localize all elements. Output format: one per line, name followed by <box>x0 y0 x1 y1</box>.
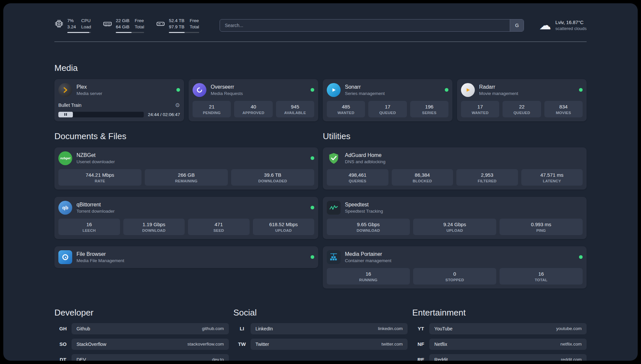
stat-label: WANTED <box>462 111 498 115</box>
service-name: Media Portainer <box>345 251 391 257</box>
bookmark-abbr: GH <box>54 323 72 334</box>
status-indicator <box>176 88 180 92</box>
stat-label: MOVIES <box>546 111 581 115</box>
stat-total: 16 TOTAL <box>500 268 583 285</box>
stat-label: QUERIES <box>328 179 387 183</box>
filebrowser-icon <box>58 250 72 264</box>
bookmark-url: youtube.com <box>556 326 582 331</box>
speedtest-icon <box>327 201 341 215</box>
bookmark-name: StackOverflow <box>76 342 106 347</box>
stat-label: LEECH <box>60 228 119 232</box>
cpu-percent: 7% <box>67 18 76 24</box>
service-card-overseerr[interactable]: Overseerr Media Requests 21 PENDING 40 A… <box>189 79 318 121</box>
service-name: Speedtest <box>345 202 383 208</box>
disk-free-value: 52.4 TB <box>169 18 184 24</box>
topbar-divider <box>54 42 587 42</box>
stat-label: QUEUED <box>504 111 539 115</box>
service-name: Overseerr <box>211 84 243 90</box>
bookmark-name: Reddit <box>434 357 447 361</box>
bookmark-netflix[interactable]: NF Netflix netflix.com <box>412 339 587 350</box>
status-indicator <box>311 88 314 92</box>
gear-icon[interactable] <box>175 102 180 109</box>
stat-wanted: 485 WANTED <box>327 101 365 117</box>
stat-queries: 498,461 QUERIES <box>327 169 388 186</box>
documents-column: Documents & Files nzbget NZBGet Usenet d… <box>54 131 318 288</box>
cpu-icon <box>54 19 64 30</box>
bookmark-url: linkedin.com <box>378 326 403 331</box>
service-card-speedtest[interactable]: Speedtest Speedtest Tracking 9.65 Gbps D… <box>323 197 587 239</box>
utilities-column: Utilities AdGuard Home DNS and adblockin… <box>323 131 587 288</box>
stat-label: STOPPED <box>414 278 495 282</box>
stat-value: 22 <box>504 104 539 109</box>
stat-value: 40 <box>235 104 271 109</box>
stat-value: 86,384 <box>393 172 452 178</box>
pause-icon[interactable] <box>58 112 73 117</box>
stat-queued: 17 QUEUED <box>368 101 407 117</box>
stat-value: 17 <box>462 104 498 109</box>
search-provider-button[interactable]: G <box>510 19 524 31</box>
stat-label: APPROVED <box>235 111 271 115</box>
bookmark-stackoverflow[interactable]: SO StackOverflow stackoverflow.com <box>54 339 229 350</box>
stat-value: 2,953 <box>458 172 517 178</box>
stat-label: DOWNLOAD <box>125 228 184 232</box>
section-title-media: Media <box>54 63 587 73</box>
stat-value: 1.19 Gbps <box>125 222 184 227</box>
bookmark-reddit[interactable]: RE Reddit reddit.com <box>412 354 587 361</box>
stat-label: UPLOAD <box>414 228 495 232</box>
stat-label: QUEUED <box>370 111 405 115</box>
stat-value: 485 <box>328 104 364 109</box>
stat-label: DOWNLOADED <box>232 179 313 183</box>
stat-label: RATE <box>60 179 140 183</box>
stat-ping: 0.993 ms PING <box>500 219 583 235</box>
service-card-sonarr[interactable]: Sonarr Series management 485 WANTED 17 Q… <box>323 79 452 121</box>
stat-upload: 618.52 Mbps UPLOAD <box>253 219 315 235</box>
bookmark-abbr: RE <box>412 354 429 361</box>
search-input[interactable] <box>220 19 510 31</box>
stat-pending: 21 PENDING <box>193 101 231 117</box>
service-card-plex[interactable]: Plex Media server Bullet Train 24:44 / 0… <box>54 79 184 121</box>
bookmark-dev[interactable]: DT DEV dev.to <box>54 354 229 361</box>
section-title-developer: Developer <box>54 308 229 318</box>
stat-series: 196 SERIES <box>410 101 448 117</box>
bookmark-abbr: NF <box>412 339 429 350</box>
section-title-documents: Documents & Files <box>54 131 318 141</box>
sonarr-icon <box>327 83 341 97</box>
bookmark-youtube[interactable]: YT YouTube youtube.com <box>412 323 587 334</box>
plex-progress-bar[interactable] <box>58 112 144 117</box>
service-card-radarr[interactable]: Radarr Movie management 17 WANTED 22 QUE… <box>457 79 587 121</box>
stat-remaining: 266 GB REMAINING <box>145 169 228 186</box>
stat-label: SEED <box>189 228 248 232</box>
service-description: Torrent downloader <box>76 209 115 214</box>
stat-value: 498,461 <box>328 172 387 178</box>
service-name: NZBGet <box>76 152 115 158</box>
service-description: Speedtest Tracking <box>345 209 383 214</box>
service-description: Container management <box>345 258 391 263</box>
media-grid: Plex Media server Bullet Train 24:44 / 0… <box>54 79 587 121</box>
radarr-icon <box>461 83 475 97</box>
bookmark-linkedin[interactable]: LI LinkedIn linkedin.com <box>233 323 408 334</box>
stat-label: FILTERED <box>458 179 517 183</box>
section-title-entertainment: Entertainment <box>412 308 587 318</box>
bookmark-twitter[interactable]: TW Twitter twitter.com <box>233 339 408 350</box>
bookmark-url: reddit.com <box>561 357 582 361</box>
stat-label: PING <box>501 228 581 232</box>
service-name: AdGuard Home <box>345 152 385 158</box>
service-card-filebrowser[interactable]: File Browser Media File Management <box>54 246 318 268</box>
memory-icon <box>103 19 112 30</box>
service-card-adguard[interactable]: AdGuard Home DNS and adblocking 498,461 … <box>323 147 587 190</box>
memory-total-value: 64 GiB <box>116 24 129 30</box>
status-indicator <box>579 88 583 92</box>
bookmark-github[interactable]: GH Github github.com <box>54 323 229 334</box>
stat-latency: 47.571 ms LATENCY <box>521 169 583 186</box>
stat-label: LATENCY <box>523 179 582 183</box>
service-card-portainer[interactable]: Media Portainer Container management 16 … <box>323 246 587 288</box>
nzbget-icon: nzbget <box>58 151 72 165</box>
service-card-qbittorrent[interactable]: qb qBittorrent Torrent downloader 16 LEE… <box>54 197 318 239</box>
bookmark-abbr: DT <box>54 354 72 361</box>
cpu-label-1: CPU <box>81 18 91 24</box>
bookmark-abbr: TW <box>233 339 251 350</box>
service-card-nzbget[interactable]: nzbget NZBGet Usenet downloader 744.21 M… <box>54 147 318 190</box>
service-description: DNS and adblocking <box>345 159 385 164</box>
stat-value: 196 <box>412 104 447 109</box>
bookmark-url: stackoverflow.com <box>187 342 224 347</box>
